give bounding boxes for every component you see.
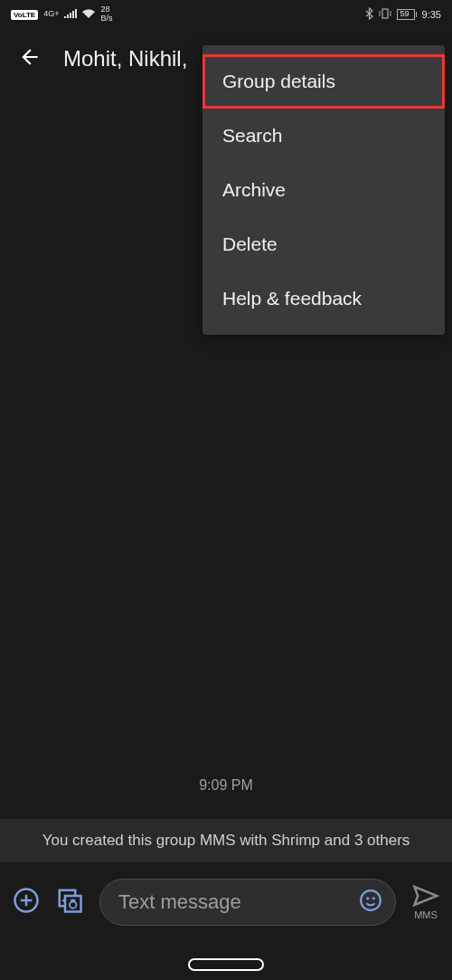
svg-rect-0	[382, 9, 388, 18]
send-icon	[412, 884, 439, 911]
data-rate: 28 B/s	[100, 5, 112, 24]
wifi-icon	[82, 8, 95, 21]
battery-icon: 59	[397, 9, 417, 20]
signal-4g-icon: 4G+	[43, 10, 59, 19]
navigation-bar	[0, 958, 452, 971]
back-arrow-icon[interactable]	[18, 45, 42, 72]
compose-bar: Text message MMS	[0, 868, 452, 937]
clock: 9:35	[422, 9, 441, 20]
send-button[interactable]: MMS	[412, 884, 439, 920]
menu-item-help-feedback[interactable]: Help & feedback	[202, 271, 445, 326]
add-attachment-icon[interactable]	[13, 887, 40, 918]
conversation-title[interactable]: Mohit, Nikhil,	[63, 46, 187, 71]
vibrate-icon	[379, 8, 391, 22]
status-bar: VoLTE 4G+ 28 B/s 59 9:35	[0, 0, 452, 29]
bluetooth-icon	[365, 7, 373, 23]
message-placeholder: Text message	[118, 890, 359, 914]
signal-bars-icon	[64, 8, 77, 21]
message-timestamp: 9:09 PM	[0, 777, 452, 794]
svg-point-8	[361, 890, 381, 910]
chat-area: 9:09 PM You created this group MMS with …	[0, 777, 452, 862]
message-input[interactable]: Text message	[99, 879, 396, 926]
menu-item-delete[interactable]: Delete	[202, 217, 445, 271]
menu-item-group-details[interactable]: Group details	[202, 54, 445, 109]
svg-rect-2	[416, 12, 417, 17]
overflow-menu: Group details Search Archive Delete Help…	[202, 45, 445, 335]
svg-rect-7	[71, 899, 75, 902]
svg-point-10	[372, 897, 375, 899]
system-message: You created this group MMS with Shrimp a…	[0, 819, 452, 862]
svg-point-9	[366, 897, 369, 899]
home-pill[interactable]	[188, 958, 264, 971]
menu-item-search[interactable]: Search	[202, 109, 445, 163]
svg-rect-5	[65, 896, 81, 912]
volte-badge: VoLTE	[11, 10, 38, 20]
gallery-icon[interactable]	[56, 887, 83, 918]
menu-item-archive[interactable]: Archive	[202, 163, 445, 217]
send-label: MMS	[414, 909, 438, 920]
emoji-icon[interactable]	[359, 889, 382, 916]
